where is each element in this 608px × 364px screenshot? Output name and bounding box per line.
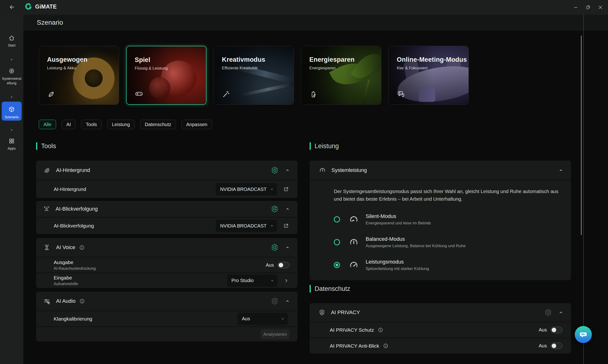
- ai-voice-header[interactable]: AI Voice: [36, 238, 297, 257]
- gimate-badge-icon: [271, 298, 278, 305]
- ai-background-app-dropdown[interactable]: NVIDIA BROADCAST: [216, 183, 277, 195]
- filter-chip-leistung[interactable]: Leistung: [107, 120, 135, 129]
- collapse-chevron-up-icon[interactable]: [558, 167, 564, 174]
- sidebar-item-apps[interactable]: Apps: [0, 138, 23, 151]
- apps-grid-icon: [0, 138, 23, 144]
- close-button[interactable]: [594, 1, 607, 13]
- filter-chip-ai[interactable]: AI: [62, 120, 76, 129]
- ai-voice-input-dropdown[interactable]: Pro Studio: [227, 274, 278, 287]
- app-logo: GiMATE: [25, 3, 57, 10]
- collapse-chevron-up-icon[interactable]: [284, 167, 291, 174]
- dropdown-value: NVIDIA BROADCAST: [220, 223, 266, 229]
- info-icon[interactable]: [79, 298, 85, 304]
- filter-chip-datenschutz[interactable]: Datenschutz: [140, 120, 176, 129]
- privacy-heading: Datenschutz: [310, 285, 350, 293]
- gimate-badge-icon: [545, 309, 552, 316]
- chevron-right-icon[interactable]: [283, 278, 289, 284]
- minimize-button[interactable]: [569, 1, 582, 13]
- sidebar-item-label: Start: [0, 43, 23, 48]
- section-title: Systemleistung: [331, 167, 367, 173]
- card-subtitle: Energiesparen: [309, 66, 355, 71]
- silent-mode-option[interactable]: Silent-Modus Energiesparend und leise im…: [334, 213, 559, 226]
- scrollbar-thumb[interactable]: [581, 36, 582, 235]
- chat-assistant-button[interactable]: [575, 326, 592, 343]
- filter-chip-anpassen[interactable]: Anpassen: [182, 120, 212, 129]
- performance-mode-option[interactable]: Leistungsmodus Spitzenleistung mit stark…: [334, 259, 559, 271]
- sound-calibration-dropdown[interactable]: Aus: [238, 313, 288, 325]
- option-description: Energiesparend und leise im Betrieb: [366, 221, 431, 226]
- external-link-icon[interactable]: [283, 222, 289, 229]
- audio-sliders-icon: [43, 298, 50, 305]
- option-description: Ausgewogene Leistung, Balance bei Kühlun…: [366, 244, 466, 248]
- chat-bubble-icon: [578, 330, 588, 339]
- back-button[interactable]: [9, 4, 16, 11]
- filter-chips: Alle AI Tools Leistung Datenschutz Anpas…: [39, 120, 212, 129]
- sidebar-item-systemeinstellung[interactable]: Systemeinstellung: [0, 67, 23, 85]
- sidebar-item-szenario[interactable]: Szenario: [2, 102, 22, 121]
- gimate-app-window: GiMATE Start Systemeinstellung Szenario …: [0, 0, 608, 364]
- scenario-card-energiesparen[interactable]: EnergiesparenEnergiesparen: [301, 46, 381, 105]
- restore-button[interactable]: [582, 1, 594, 13]
- ai-audio-header[interactable]: AI Audio: [36, 292, 297, 311]
- voice-person-icon: [43, 244, 50, 251]
- sidebar-item-start[interactable]: Start: [0, 35, 23, 48]
- row-label: Klangkalibrierung: [54, 316, 92, 322]
- dropdown-value: Aus: [242, 316, 250, 322]
- sidebar-separator-dot: [11, 59, 12, 60]
- scenario-card-ausgewogen[interactable]: AusgewogenLeistung & Akku: [39, 46, 119, 105]
- system-chip-icon: [0, 67, 23, 75]
- page-header: Szenario: [23, 15, 608, 30]
- meeting-chat-icon: [397, 90, 405, 98]
- page-title: Szenario: [37, 19, 63, 26]
- ai-privacy-section: AI PRIVACY AI PRIVACY Schutz Aus AI PRIV…: [310, 303, 571, 353]
- info-icon[interactable]: [377, 327, 384, 333]
- info-icon[interactable]: [383, 343, 389, 349]
- collapse-chevron-up-icon[interactable]: [284, 206, 291, 212]
- ai-eye-tracking-app-dropdown[interactable]: NVIDIA BROADCAST: [216, 220, 277, 232]
- gauge-mid-icon: [349, 237, 358, 247]
- external-link-icon[interactable]: [283, 186, 289, 193]
- ai-eye-tracking-section: AI-Blickverfolgung AI-Blickverfolgung NV…: [36, 201, 297, 234]
- collapse-chevron-up-icon[interactable]: [284, 298, 291, 304]
- filter-chip-alle[interactable]: Alle: [39, 120, 56, 129]
- ai-eye-tracking-row: AI-Blickverfolgung NVIDIA BROADCAST: [36, 217, 297, 234]
- info-icon[interactable]: [79, 244, 85, 251]
- scenario-card-online-meeting[interactable]: Online-Meeting-ModusKlar & Fokussiert: [388, 46, 469, 105]
- row-label: Ausgabe: [54, 260, 73, 265]
- card-subtitle: Effiziente Kreativität: [222, 66, 265, 71]
- ai-background-header[interactable]: AI-Hintergrund: [36, 160, 297, 180]
- scenario-card-kreativmodus[interactable]: KreativmodusEffiziente Kreativität: [214, 46, 294, 105]
- scenario-cube-icon: [2, 106, 22, 113]
- collapse-chevron-up-icon[interactable]: [558, 309, 564, 316]
- option-title: Balanced-Modus: [366, 236, 466, 242]
- ai-privacy-header[interactable]: AI PRIVACY: [310, 303, 571, 322]
- ai-voice-input-row: Eingabe Aufnahmehilfe Pro Studio: [36, 273, 297, 288]
- analyze-button[interactable]: Analysieren: [261, 329, 289, 339]
- toggle-knob: [552, 328, 556, 332]
- filter-chip-tools[interactable]: Tools: [81, 120, 102, 129]
- gimate-badge-icon: [271, 167, 278, 174]
- ai-privacy-anti-glance-toggle[interactable]: [551, 343, 562, 349]
- ai-eye-tracking-header[interactable]: AI-Blickverfolgung: [36, 201, 297, 217]
- option-title: Leistungsmodus: [366, 259, 429, 265]
- gimate-logo-icon: [25, 3, 32, 10]
- toggle-knob: [552, 344, 556, 348]
- sound-calibration-row: Klangkalibrierung Aus: [36, 311, 297, 326]
- accent-bar: [310, 285, 311, 293]
- accent-bar: [310, 142, 311, 150]
- row-label: AI PRIVACY Anti-Blick: [330, 343, 379, 349]
- collapse-chevron-up-icon[interactable]: [284, 244, 291, 251]
- magic-wand-icon: [222, 90, 230, 98]
- system-performance-header[interactable]: Systemleistung: [310, 160, 571, 180]
- tools-heading: Tools: [36, 142, 56, 150]
- restore-icon: [585, 5, 591, 10]
- scenario-card-spiel[interactable]: SpielFlüssig & Leistung: [126, 46, 206, 105]
- accent-bar: [36, 142, 37, 150]
- scrollbar-track: [583, 15, 584, 364]
- toggle-state-label: Aus: [266, 262, 274, 268]
- balanced-mode-option[interactable]: Balanced-Modus Ausgewogene Leistung, Bal…: [334, 236, 559, 248]
- ai-privacy-protection-toggle[interactable]: [551, 327, 562, 333]
- chevron-down-icon: [270, 187, 274, 191]
- chevron-down-icon: [270, 279, 274, 283]
- ai-noise-suppression-toggle[interactable]: [278, 262, 289, 268]
